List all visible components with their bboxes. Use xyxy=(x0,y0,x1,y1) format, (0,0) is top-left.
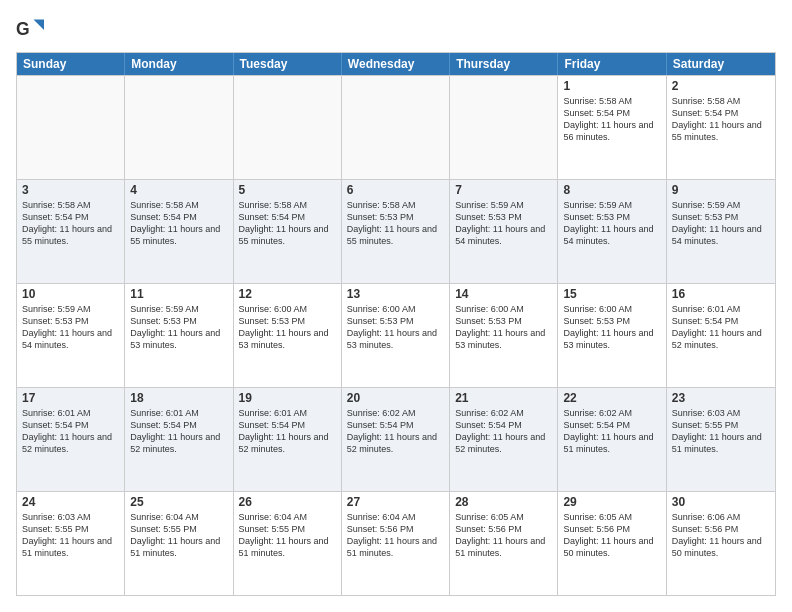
day-info: Sunrise: 6:03 AMSunset: 5:55 PMDaylight:… xyxy=(672,407,770,456)
day-number: 8 xyxy=(563,183,660,197)
day-number: 4 xyxy=(130,183,227,197)
day-info: Sunrise: 5:58 AMSunset: 5:54 PMDaylight:… xyxy=(130,199,227,248)
cal-header-friday: Friday xyxy=(558,53,666,75)
calendar-cell: 21Sunrise: 6:02 AMSunset: 5:54 PMDayligh… xyxy=(450,388,558,491)
calendar-week-3: 10Sunrise: 5:59 AMSunset: 5:53 PMDayligh… xyxy=(17,283,775,387)
day-info: Sunrise: 6:02 AMSunset: 5:54 PMDaylight:… xyxy=(455,407,552,456)
calendar-week-1: 1Sunrise: 5:58 AMSunset: 5:54 PMDaylight… xyxy=(17,75,775,179)
day-info: Sunrise: 5:58 AMSunset: 5:54 PMDaylight:… xyxy=(672,95,770,144)
cal-header-thursday: Thursday xyxy=(450,53,558,75)
calendar-cell: 26Sunrise: 6:04 AMSunset: 5:55 PMDayligh… xyxy=(234,492,342,595)
day-number: 14 xyxy=(455,287,552,301)
day-info: Sunrise: 6:01 AMSunset: 5:54 PMDaylight:… xyxy=(130,407,227,456)
calendar-cell: 10Sunrise: 5:59 AMSunset: 5:53 PMDayligh… xyxy=(17,284,125,387)
day-number: 10 xyxy=(22,287,119,301)
day-number: 2 xyxy=(672,79,770,93)
day-number: 1 xyxy=(563,79,660,93)
calendar-cell: 2Sunrise: 5:58 AMSunset: 5:54 PMDaylight… xyxy=(667,76,775,179)
calendar-cell: 27Sunrise: 6:04 AMSunset: 5:56 PMDayligh… xyxy=(342,492,450,595)
day-info: Sunrise: 6:00 AMSunset: 5:53 PMDaylight:… xyxy=(563,303,660,352)
day-info: Sunrise: 5:58 AMSunset: 5:54 PMDaylight:… xyxy=(22,199,119,248)
day-info: Sunrise: 6:00 AMSunset: 5:53 PMDaylight:… xyxy=(239,303,336,352)
day-number: 5 xyxy=(239,183,336,197)
calendar-cell: 13Sunrise: 6:00 AMSunset: 5:53 PMDayligh… xyxy=(342,284,450,387)
day-info: Sunrise: 5:59 AMSunset: 5:53 PMDaylight:… xyxy=(130,303,227,352)
day-number: 21 xyxy=(455,391,552,405)
day-number: 13 xyxy=(347,287,444,301)
calendar-cell xyxy=(342,76,450,179)
calendar-week-2: 3Sunrise: 5:58 AMSunset: 5:54 PMDaylight… xyxy=(17,179,775,283)
day-number: 18 xyxy=(130,391,227,405)
calendar-cell: 11Sunrise: 5:59 AMSunset: 5:53 PMDayligh… xyxy=(125,284,233,387)
day-number: 24 xyxy=(22,495,119,509)
calendar-cell: 25Sunrise: 6:04 AMSunset: 5:55 PMDayligh… xyxy=(125,492,233,595)
day-number: 19 xyxy=(239,391,336,405)
day-number: 23 xyxy=(672,391,770,405)
calendar-week-4: 17Sunrise: 6:01 AMSunset: 5:54 PMDayligh… xyxy=(17,387,775,491)
day-number: 27 xyxy=(347,495,444,509)
cal-header-monday: Monday xyxy=(125,53,233,75)
day-info: Sunrise: 6:02 AMSunset: 5:54 PMDaylight:… xyxy=(563,407,660,456)
calendar-cell: 30Sunrise: 6:06 AMSunset: 5:56 PMDayligh… xyxy=(667,492,775,595)
day-info: Sunrise: 5:59 AMSunset: 5:53 PMDaylight:… xyxy=(22,303,119,352)
day-number: 15 xyxy=(563,287,660,301)
day-number: 30 xyxy=(672,495,770,509)
day-info: Sunrise: 5:59 AMSunset: 5:53 PMDaylight:… xyxy=(563,199,660,248)
svg-marker-1 xyxy=(34,20,45,31)
calendar-cell: 22Sunrise: 6:02 AMSunset: 5:54 PMDayligh… xyxy=(558,388,666,491)
day-info: Sunrise: 6:00 AMSunset: 5:53 PMDaylight:… xyxy=(455,303,552,352)
calendar-cell: 29Sunrise: 6:05 AMSunset: 5:56 PMDayligh… xyxy=(558,492,666,595)
day-number: 7 xyxy=(455,183,552,197)
calendar-body: 1Sunrise: 5:58 AMSunset: 5:54 PMDaylight… xyxy=(17,75,775,595)
day-info: Sunrise: 6:05 AMSunset: 5:56 PMDaylight:… xyxy=(455,511,552,560)
day-info: Sunrise: 5:59 AMSunset: 5:53 PMDaylight:… xyxy=(672,199,770,248)
cal-header-saturday: Saturday xyxy=(667,53,775,75)
day-number: 6 xyxy=(347,183,444,197)
day-number: 11 xyxy=(130,287,227,301)
day-number: 16 xyxy=(672,287,770,301)
day-info: Sunrise: 6:05 AMSunset: 5:56 PMDaylight:… xyxy=(563,511,660,560)
calendar-cell: 18Sunrise: 6:01 AMSunset: 5:54 PMDayligh… xyxy=(125,388,233,491)
calendar-cell xyxy=(450,76,558,179)
logo: G xyxy=(16,16,48,44)
calendar-cell: 20Sunrise: 6:02 AMSunset: 5:54 PMDayligh… xyxy=(342,388,450,491)
calendar-week-5: 24Sunrise: 6:03 AMSunset: 5:55 PMDayligh… xyxy=(17,491,775,595)
calendar-cell: 15Sunrise: 6:00 AMSunset: 5:53 PMDayligh… xyxy=(558,284,666,387)
calendar-cell: 17Sunrise: 6:01 AMSunset: 5:54 PMDayligh… xyxy=(17,388,125,491)
calendar-cell: 23Sunrise: 6:03 AMSunset: 5:55 PMDayligh… xyxy=(667,388,775,491)
day-number: 26 xyxy=(239,495,336,509)
day-info: Sunrise: 5:58 AMSunset: 5:54 PMDaylight:… xyxy=(239,199,336,248)
day-number: 29 xyxy=(563,495,660,509)
calendar-cell: 8Sunrise: 5:59 AMSunset: 5:53 PMDaylight… xyxy=(558,180,666,283)
calendar-cell xyxy=(125,76,233,179)
calendar-cell: 6Sunrise: 5:58 AMSunset: 5:53 PMDaylight… xyxy=(342,180,450,283)
day-number: 20 xyxy=(347,391,444,405)
calendar-cell: 28Sunrise: 6:05 AMSunset: 5:56 PMDayligh… xyxy=(450,492,558,595)
calendar-cell: 3Sunrise: 5:58 AMSunset: 5:54 PMDaylight… xyxy=(17,180,125,283)
calendar-header: SundayMondayTuesdayWednesdayThursdayFrid… xyxy=(17,53,775,75)
logo-icon: G xyxy=(16,16,44,44)
day-info: Sunrise: 5:59 AMSunset: 5:53 PMDaylight:… xyxy=(455,199,552,248)
cal-header-tuesday: Tuesday xyxy=(234,53,342,75)
day-number: 25 xyxy=(130,495,227,509)
svg-text:G: G xyxy=(16,19,30,39)
day-number: 28 xyxy=(455,495,552,509)
calendar-cell: 16Sunrise: 6:01 AMSunset: 5:54 PMDayligh… xyxy=(667,284,775,387)
cal-header-wednesday: Wednesday xyxy=(342,53,450,75)
calendar-cell: 9Sunrise: 5:59 AMSunset: 5:53 PMDaylight… xyxy=(667,180,775,283)
day-info: Sunrise: 6:06 AMSunset: 5:56 PMDaylight:… xyxy=(672,511,770,560)
calendar-cell: 5Sunrise: 5:58 AMSunset: 5:54 PMDaylight… xyxy=(234,180,342,283)
day-info: Sunrise: 6:01 AMSunset: 5:54 PMDaylight:… xyxy=(672,303,770,352)
calendar-cell: 1Sunrise: 5:58 AMSunset: 5:54 PMDaylight… xyxy=(558,76,666,179)
day-number: 22 xyxy=(563,391,660,405)
day-info: Sunrise: 6:04 AMSunset: 5:55 PMDaylight:… xyxy=(239,511,336,560)
day-number: 9 xyxy=(672,183,770,197)
day-number: 3 xyxy=(22,183,119,197)
day-info: Sunrise: 6:01 AMSunset: 5:54 PMDaylight:… xyxy=(22,407,119,456)
calendar-cell: 7Sunrise: 5:59 AMSunset: 5:53 PMDaylight… xyxy=(450,180,558,283)
day-info: Sunrise: 6:00 AMSunset: 5:53 PMDaylight:… xyxy=(347,303,444,352)
day-info: Sunrise: 6:03 AMSunset: 5:55 PMDaylight:… xyxy=(22,511,119,560)
calendar-cell: 24Sunrise: 6:03 AMSunset: 5:55 PMDayligh… xyxy=(17,492,125,595)
calendar: SundayMondayTuesdayWednesdayThursdayFrid… xyxy=(16,52,776,596)
day-info: Sunrise: 6:04 AMSunset: 5:55 PMDaylight:… xyxy=(130,511,227,560)
